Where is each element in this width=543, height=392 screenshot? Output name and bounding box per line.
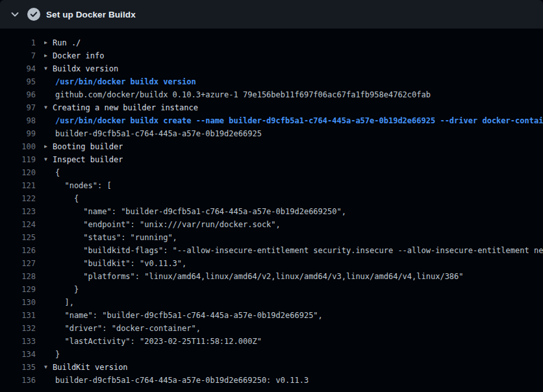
log-output-text: "name": "builder-d9cfb5a1-c764-445a-a57e… — [44, 205, 346, 218]
group-title: Inspect builder — [53, 155, 123, 164]
log-output-text: "driver": "docker-container", — [44, 322, 201, 335]
log-output-text: "status": "running", — [44, 231, 177, 244]
log-group-header[interactable]: ▼Inspect builder — [44, 153, 123, 166]
log-group-header[interactable]: ▶Docker info — [44, 49, 104, 62]
log-line: 99builder-d9cfb5a1-c764-445a-a57e-0b19d2… — [0, 127, 543, 140]
line-number[interactable]: 98 — [0, 114, 36, 127]
chevron-down-icon[interactable] — [9, 8, 21, 20]
log-line: 128 "platforms": "linux/amd64,linux/amd6… — [0, 270, 543, 283]
line-number[interactable]: 124 — [0, 218, 36, 231]
log-output-text: ], — [44, 296, 74, 309]
line-number[interactable]: 7 — [0, 49, 36, 62]
line-number[interactable]: 97 — [0, 101, 36, 114]
line-number[interactable]: 100 — [0, 140, 36, 153]
log-output-text: builder-d9cfb5a1-c764-445a-a57e-0b19d2e6… — [44, 374, 309, 387]
log-output-text: { — [44, 192, 79, 205]
group-title: Docker info — [53, 51, 104, 60]
group-title: Buildx version — [53, 64, 118, 73]
line-number[interactable]: 123 — [0, 205, 36, 218]
log-line: 129 } — [0, 283, 543, 296]
log-line: 121 "nodes": [ — [0, 179, 543, 192]
log-output-text: builder-d9cfb5a1-c764-445a-a57e-0b19d2e6… — [44, 127, 262, 140]
log-line: 127 "buildkit": "v0.11.3", — [0, 257, 543, 270]
line-number[interactable]: 120 — [0, 166, 36, 179]
log-line: 132 "driver": "docker-container", — [0, 322, 543, 335]
log-line: 94▼Buildx version — [0, 62, 543, 75]
log-output-text: "lastActivity": "2023-02-25T11:58:12.000… — [44, 335, 262, 348]
line-number[interactable]: 94 — [0, 62, 36, 75]
log-output-text: "buildkit": "v0.11.3", — [44, 257, 186, 270]
line-number[interactable]: 136 — [0, 374, 36, 387]
log-line: 122 { — [0, 192, 543, 205]
line-number[interactable]: 131 — [0, 309, 36, 322]
log-command-text: /usr/bin/docker buildx version — [44, 75, 196, 88]
log-group-header[interactable]: ▶Run ./ — [44, 36, 81, 49]
line-number[interactable]: 119 — [0, 153, 36, 166]
line-number[interactable]: 126 — [0, 244, 36, 257]
group-title: BuildKit version — [53, 363, 128, 372]
step-title: Set up Docker Buildx — [46, 10, 136, 19]
triangle-right-icon: ▶ — [44, 36, 53, 49]
line-number[interactable]: 125 — [0, 231, 36, 244]
line-number[interactable]: 96 — [0, 88, 36, 101]
triangle-right-icon: ▶ — [44, 140, 53, 153]
line-number[interactable]: 122 — [0, 192, 36, 205]
log-line: 100▶Booting builder — [0, 140, 543, 153]
log-line: 120{ — [0, 166, 543, 179]
log-line: 123 "name": "builder-d9cfb5a1-c764-445a-… — [0, 205, 543, 218]
log-line: 125 "status": "running", — [0, 231, 543, 244]
triangle-down-icon: ▼ — [44, 153, 53, 166]
line-number[interactable]: 95 — [0, 75, 36, 88]
log-line: 96github.com/docker/buildx 0.10.3+azure-… — [0, 88, 543, 101]
log-line: 130 ], — [0, 296, 543, 309]
line-number[interactable]: 134 — [0, 348, 36, 361]
log-output-text: "platforms": "linux/amd64,linux/amd64/v2… — [44, 270, 464, 283]
log-line: 98/usr/bin/docker buildx create --name b… — [0, 114, 543, 127]
log-line: 97▼Creating a new builder instance — [0, 101, 543, 114]
log-area: 1▶Run ./7▶Docker info94▼Buildx version95… — [0, 29, 543, 387]
log-line: 124 "endpoint": "unix:///var/run/docker.… — [0, 218, 543, 231]
line-number[interactable]: 128 — [0, 270, 36, 283]
line-number[interactable]: 121 — [0, 179, 36, 192]
log-output-text: "nodes": [ — [44, 179, 112, 192]
triangle-down-icon: ▼ — [44, 101, 53, 114]
line-number[interactable]: 1 — [0, 36, 36, 49]
line-number[interactable]: 99 — [0, 127, 36, 140]
triangle-down-icon: ▼ — [44, 62, 53, 75]
log-group-header[interactable]: ▶Booting builder — [44, 140, 123, 153]
log-output-text: "buildkitd-flags": "--allow-insecure-ent… — [44, 244, 543, 257]
log-line: 131 "name": "builder-d9cfb5a1-c764-445a-… — [0, 309, 543, 322]
log-line: 133 "lastActivity": "2023-02-25T11:58:12… — [0, 335, 543, 348]
log-line: 136builder-d9cfb5a1-c764-445a-a57e-0b19d… — [0, 374, 543, 387]
log-output-text: } — [44, 283, 79, 296]
log-output-text: "name": "builder-d9cfb5a1-c764-445a-a57e… — [44, 309, 323, 322]
log-line: 119▼Inspect builder — [0, 153, 543, 166]
log-output-text: github.com/docker/buildx 0.10.3+azure-1 … — [44, 88, 431, 101]
log-line: 7▶Docker info — [0, 49, 543, 62]
log-group-header[interactable]: ▼Creating a new builder instance — [44, 101, 198, 114]
log-output-text: } — [44, 348, 60, 361]
group-title: Booting builder — [53, 142, 123, 151]
log-line: 126 "buildkitd-flags": "--allow-insecure… — [0, 244, 543, 257]
group-title: Creating a new builder instance — [53, 103, 198, 112]
triangle-down-icon: ▼ — [44, 361, 53, 374]
line-number[interactable]: 129 — [0, 283, 36, 296]
group-title: Run ./ — [53, 38, 81, 47]
line-number[interactable]: 135 — [0, 361, 36, 374]
log-command-text: /usr/bin/docker buildx create --name bui… — [44, 114, 543, 127]
log-output-text: "endpoint": "unix:///var/run/docker.sock… — [44, 218, 281, 231]
log-output-text: { — [44, 166, 60, 179]
line-number[interactable]: 133 — [0, 335, 36, 348]
line-number[interactable]: 127 — [0, 257, 36, 270]
triangle-right-icon: ▶ — [44, 49, 53, 62]
log-line: 134} — [0, 348, 543, 361]
log-group-header[interactable]: ▼BuildKit version — [44, 361, 128, 374]
log-group-header[interactable]: ▼Buildx version — [44, 62, 118, 75]
log-line: 1▶Run ./ — [0, 36, 543, 49]
log-line: 95/usr/bin/docker buildx version — [0, 75, 543, 88]
line-number[interactable]: 130 — [0, 296, 36, 309]
check-circle-icon — [27, 8, 40, 21]
step-header-row[interactable]: Set up Docker Buildx — [0, 0, 543, 29]
log-line: 135▼BuildKit version — [0, 361, 543, 374]
line-number[interactable]: 132 — [0, 322, 36, 335]
